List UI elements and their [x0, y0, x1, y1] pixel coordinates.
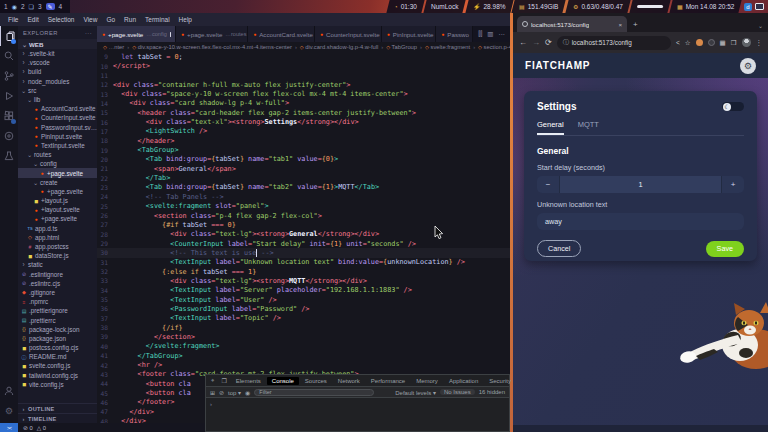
new-tab-button[interactable]: +	[633, 20, 638, 29]
device-toolbar-icon[interactable]: ❒	[218, 377, 229, 384]
tree-file-app-postcss[interactable]: #app.postcss	[18, 242, 97, 251]
back-button[interactable]: ←	[519, 38, 527, 47]
tree-file-PasswordInput-sv-[interactable]: ●PasswordInput.sv…	[18, 123, 97, 132]
devtools-tab-elements[interactable]: Elements	[231, 377, 266, 385]
settings-gear-icon[interactable]: ⚙	[0, 401, 18, 421]
inspect-element-icon[interactable]: ⌖	[208, 377, 217, 384]
tree-file-README-md[interactable]: ⓘREADME.md	[18, 352, 97, 361]
tree-folder-node_modules[interactable]: ›node_modules	[18, 77, 97, 86]
menu-file[interactable]: File	[8, 16, 18, 23]
breadcrumb-segment[interactable]: ◇ section.p-4.flex.gap-2.flex-col	[478, 44, 510, 50]
account-icon[interactable]	[0, 381, 18, 401]
editor-tab--page-svelte[interactable]: ●+page.svelte…config	[97, 26, 176, 42]
menu-go[interactable]: Go	[106, 16, 115, 23]
profile-avatar[interactable]	[742, 38, 751, 47]
search-icon[interactable]	[0, 46, 18, 66]
devtools-tab-security[interactable]: Security	[484, 377, 516, 385]
code-editor[interactable]: 9 let tabSet = 0;10</script>1112<div cla…	[97, 52, 510, 423]
breadcrumb-segment[interactable]: ◇ …nter	[103, 44, 124, 50]
forward-button[interactable]: →	[532, 38, 540, 47]
devtools-tab-performance[interactable]: Performance	[366, 377, 410, 385]
tree-file-package-lock-json[interactable]: {}package-lock.json	[18, 325, 97, 334]
site-info-icon[interactable]: ⓘ	[563, 38, 569, 47]
split-editor-icon[interactable]: ⫿⫿	[478, 30, 482, 38]
tree-file-app-d-ts[interactable]: TSapp.d.ts	[18, 224, 97, 233]
menu-selection[interactable]: Selection	[48, 16, 75, 23]
increment-button[interactable]: +	[722, 176, 744, 193]
tree-file--eslintrc-cjs[interactable]: ⊘.eslintrc.cjs	[18, 279, 97, 288]
tree-file-tailwind-config-cjs[interactable]: ◼tailwind.config.cjs	[18, 371, 97, 380]
log-levels-select[interactable]: Default levels ▾	[395, 389, 436, 396]
clear-console-icon[interactable]: ⊘	[219, 389, 224, 396]
tree-file--prettierignore[interactable]: ▤.prettierignore	[18, 306, 97, 315]
run-debug-icon[interactable]	[0, 86, 18, 106]
breadcrumb-segment[interactable]: ◇ svelte:fragment	[425, 44, 470, 50]
editor-tab-AccountCard-svelte[interactable]: ●AccountCard.svelte	[248, 26, 315, 42]
devtools-tab-network[interactable]: Network	[333, 377, 365, 385]
tree-folder-config[interactable]: ⌄config	[18, 159, 97, 168]
tree-file-package-json[interactable]: {}package.json	[18, 334, 97, 343]
decrement-button[interactable]: −	[537, 176, 559, 193]
tray-deluge-icon[interactable]: d	[744, 3, 752, 11]
browser-tab[interactable]: localhost:5173/config ×	[517, 16, 627, 32]
tab-search-icon[interactable]: ⌄	[758, 22, 763, 29]
devtools-tab-memory[interactable]: Memory	[411, 377, 443, 385]
counter-value[interactable]: 1	[559, 176, 722, 193]
unknown-location-input[interactable]: away	[537, 213, 744, 230]
extension-icon[interactable]	[696, 39, 703, 46]
tree-file-CounterInput-svelte[interactable]: ●CounterInput.svelte	[18, 113, 97, 122]
menu-run[interactable]: Run	[124, 16, 136, 23]
tree-file-TextInput-svelte[interactable]: ●TextInput.svelte	[18, 141, 97, 150]
section-outline[interactable]: ›OUTLINE	[18, 403, 97, 413]
settings-tab-general[interactable]: General	[537, 120, 564, 135]
editor-layout-icon[interactable]: ▥	[487, 30, 493, 38]
tree-file--page-svelte[interactable]: ●+page.svelte	[18, 214, 97, 223]
tree-folder-src[interactable]: ⌄src	[18, 86, 97, 95]
menu-help[interactable]: Help	[179, 16, 192, 23]
share-icon[interactable]: <	[676, 39, 680, 46]
section-timeline[interactable]: ›TIMELINE	[18, 413, 97, 423]
tree-folder--vscode[interactable]: ›.vscode	[18, 58, 97, 67]
tree-file-app-html[interactable]: ◇app.html	[18, 233, 97, 242]
tree-file-PinInput-svelte[interactable]: ●PinInput.svelte	[18, 132, 97, 141]
tree-file--layout-js[interactable]: ◼+layout.js	[18, 196, 97, 205]
console-sidebar-icon[interactable]: ⊞	[210, 389, 215, 396]
more-actions-icon[interactable]: ···	[499, 31, 506, 38]
editor-tab-PinInput-svelte[interactable]: ●PinInput.svelte	[382, 26, 437, 42]
workspace-root[interactable]: ⌄ WEB	[18, 39, 97, 49]
issues-badge[interactable]: No Issues	[440, 389, 475, 395]
tree-folder--svelte-kit[interactable]: ›.svelte-kit	[18, 49, 97, 58]
side-panel-icon[interactable]: ❐	[731, 39, 737, 47]
explorer-icon[interactable]	[0, 26, 18, 46]
address-bar[interactable]: ⓘ localhost:5173/config	[557, 36, 671, 50]
tree-file-svelte-config-js[interactable]: ◼svelte.config.js	[18, 361, 97, 370]
console-prompt[interactable]: ›	[206, 398, 509, 410]
tree-folder-routes[interactable]: ⌄routes	[18, 150, 97, 159]
editor-tab-CounterInput-svelte[interactable]: ●CounterInput.svelte	[315, 26, 382, 42]
reload-button[interactable]: ⟳	[545, 38, 552, 47]
cancel-button[interactable]: Cancel	[537, 240, 581, 257]
menu-terminal[interactable]: Terminal	[145, 16, 170, 23]
breadcrumb-segment[interactable]: ◇ div.space-y-10.w-screen.flex.flex-col.…	[132, 44, 292, 50]
tree-file--npmrc[interactable]: ≡.npmrc	[18, 297, 97, 306]
live-expression-icon[interactable]: ◉	[245, 389, 250, 396]
tree-file-postcss-config-cjs[interactable]: ◼postcss.config.cjs	[18, 343, 97, 352]
tree-file-AccountCard-svelte[interactable]: ●AccountCard.svelte	[18, 104, 97, 113]
extensions-puzzle-icon[interactable]: ▦	[720, 39, 726, 47]
extension-icon[interactable]	[708, 39, 715, 46]
workspace-switcher[interactable]: 1◉2❏3✎4	[0, 0, 70, 13]
tree-file--gitignore[interactable]: ◆.gitignore	[18, 288, 97, 297]
tree-file-vite-config-js[interactable]: ◼vite.config.js	[18, 380, 97, 389]
breadcrumb-segment[interactable]: ◇ TabGroup	[386, 44, 417, 50]
settings-tab-mqtt[interactable]: MQTT	[578, 120, 599, 135]
tree-folder-create[interactable]: ⌄create	[18, 178, 97, 187]
editor-tab-Passwo[interactable]: ●Passwo	[436, 26, 473, 42]
dark-mode-toggle[interactable]: ☾	[722, 102, 744, 111]
workspace-3[interactable]: 3	[38, 3, 42, 10]
close-tab-icon[interactable]: ×	[618, 21, 622, 28]
remote-indicator[interactable]: ><	[0, 423, 18, 432]
breadcrumb-segment[interactable]: ◇ div.card.shadow-lg.p-4.w-full	[300, 44, 379, 50]
problems-indicator[interactable]: ⊘ 0 △ 0	[23, 425, 46, 431]
remote-explorer-icon[interactable]	[0, 126, 18, 146]
tree-file--eslintignore[interactable]: ⊘.eslintignore	[18, 270, 97, 279]
